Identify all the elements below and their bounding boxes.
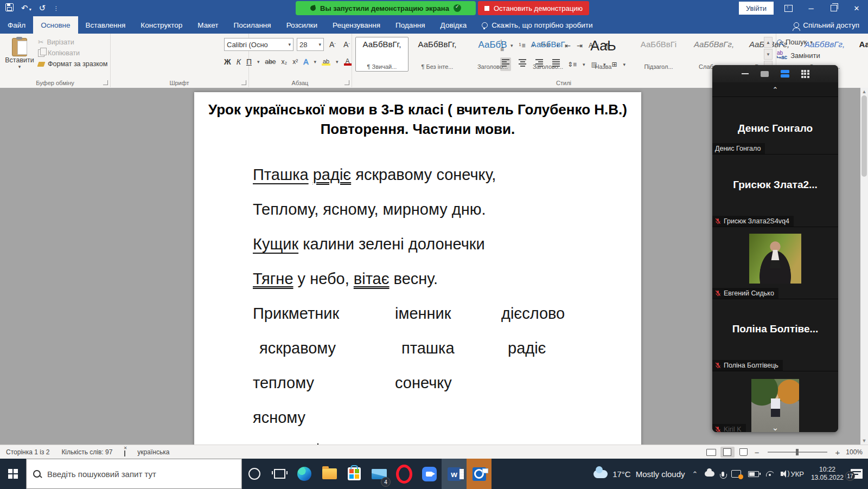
taskbar-word[interactable]: w (442, 459, 467, 489)
participant-tile-4[interactable]: Kiril K⌄ (712, 371, 838, 432)
language-indicator[interactable]: українська (131, 448, 175, 456)
minimize-button[interactable]: ─ (800, 0, 822, 16)
undo-icon[interactable]: ↶ ▾ (21, 3, 31, 13)
tab-Розсилки[interactable]: Розсилки (279, 16, 325, 34)
tab-Посилання[interactable]: Посилання (226, 16, 279, 34)
cortana-button[interactable] (242, 459, 267, 489)
scroll-up-icon[interactable]: ▲ (860, 89, 868, 94)
microphone-tray-icon[interactable] (722, 472, 724, 477)
tray-expand-icon[interactable]: ⌃ (692, 470, 698, 478)
print-layout-button[interactable] (720, 447, 735, 458)
styles-scroll-down[interactable]: ▼ (764, 49, 773, 60)
taskbar-outlook[interactable] (467, 459, 492, 489)
read-mode-button[interactable] (704, 447, 718, 458)
customize-qat-icon[interactable]: ⋮ (53, 5, 59, 11)
share-document-button[interactable]: Спільний доступ (785, 16, 868, 34)
screen-share-banner: Вы запустили демонстрацию экрана (296, 1, 476, 15)
tab-Файл[interactable]: Файл (0, 16, 33, 34)
paste-dropdown-caret[interactable]: ▾ (4, 64, 35, 69)
redo-icon[interactable]: ↺ (39, 3, 46, 13)
zoom-slider[interactable] (768, 452, 827, 453)
zoom-in-button[interactable]: + (834, 448, 842, 457)
onedrive-icon[interactable] (705, 471, 714, 477)
web-layout-button[interactable] (737, 447, 751, 458)
tab-Вставлення[interactable]: Вставлення (78, 16, 133, 34)
tell-me-box[interactable]: Скажіть, що потрібно зробити (474, 16, 600, 34)
zoom-minimize-icon[interactable] (742, 73, 749, 75)
text-segment: Теплому, ясному, мирному дню. (253, 201, 486, 218)
style-item-3[interactable]: АаБбВвГЗаголово... (521, 37, 575, 72)
replace-button[interactable]: ab⮡ac Замінити (777, 51, 820, 60)
screenshare-tray-icon[interactable] (731, 470, 741, 478)
gallery-strip-view-icon[interactable] (781, 70, 789, 78)
signin-button[interactable]: Увійти (739, 2, 774, 15)
taskbar-search-box[interactable]: Введіть пошуковий запит тут (26, 459, 242, 489)
italic-button[interactable]: К (237, 57, 241, 66)
taskbar-store[interactable] (342, 459, 367, 489)
font-dialog-launcher[interactable] (241, 80, 246, 85)
zoom-app-icon (422, 467, 437, 481)
action-center-button[interactable]: 17 (851, 469, 863, 479)
scrollbar-thumb[interactable] (861, 95, 867, 177)
bold-button[interactable]: Ж (224, 57, 231, 66)
taskbar-zoom[interactable] (417, 459, 442, 489)
participant-tile-1[interactable]: Грисюк Злата2...Грисюк Злата2S4vq4 (712, 154, 838, 227)
stop-icon (484, 6, 489, 11)
format-painter-button[interactable]: Формат за зразком (38, 60, 107, 68)
zoom-out-button[interactable]: − (753, 448, 761, 457)
cut-button[interactable]: ✂Вирізати (38, 38, 107, 46)
tab-Подання[interactable]: Подання (388, 16, 433, 34)
styles-scroll-up[interactable]: ▲ (764, 37, 773, 48)
copy-button[interactable]: Копіювати (38, 49, 107, 57)
style-item-2[interactable]: АаБбВЗаголово... (466, 37, 519, 72)
participant-tile-0[interactable]: Денис ГонгалоДенис Гонгало (712, 96, 838, 154)
scroll-down-icon[interactable]: ▼ (860, 438, 868, 443)
ribbon-display-options-button[interactable] (777, 0, 800, 16)
style-item-1[interactable]: АаБбВвГг,¶ Без інте... (411, 37, 464, 72)
restore-button[interactable] (822, 0, 845, 16)
zoom-level[interactable]: 100% (846, 448, 863, 456)
document-page[interactable]: Урок української мови в 3-В класі ( вчит… (194, 92, 641, 445)
task-view-button[interactable] (267, 459, 292, 489)
taskbar-edge[interactable] (292, 459, 317, 489)
start-button[interactable] (0, 459, 26, 489)
stop-sharing-button[interactable]: Остановить демонстрацию (478, 1, 589, 15)
close-button[interactable]: ✕ (845, 0, 868, 16)
paragraph-dialog-launcher[interactable] (344, 80, 349, 85)
style-item-5[interactable]: АаБбВвГіПідзагол... (632, 37, 685, 72)
style-item-0[interactable]: АаБбВвГг,¶ Звичай... (355, 37, 409, 72)
speaker-view-icon[interactable] (761, 71, 769, 77)
paste-button[interactable]: Вставити ▾ (4, 38, 35, 77)
proofing-icon[interactable] (118, 448, 131, 456)
wifi-icon[interactable] (766, 471, 774, 477)
zoom-scroll-down-chevron[interactable]: ⌄ (772, 423, 779, 432)
tab-Макет[interactable]: Макет (190, 16, 226, 34)
document-scrollbar[interactable]: ▲ ▼ (860, 88, 868, 445)
clock[interactable]: 10:22 13.05.2022 (811, 466, 844, 482)
grid-view-icon[interactable] (801, 70, 809, 78)
volume-icon[interactable] (781, 472, 783, 476)
document-title: Урок української мови в 3-В класі ( вчит… (194, 100, 641, 139)
battery-icon[interactable] (748, 471, 759, 477)
find-button[interactable]: Пошук▾ (777, 38, 820, 46)
tab-Основне[interactable]: Основне (33, 16, 78, 34)
style-item-9[interactable]: АаБбВвГг, (853, 37, 868, 72)
clipboard-dialog-launcher[interactable] (103, 80, 108, 85)
tab-Довідка[interactable]: Довідка (433, 16, 475, 34)
language-switcher[interactable]: УКР (790, 470, 804, 478)
taskbar-mail[interactable]: 4 (367, 459, 392, 489)
tab-Конструктор[interactable]: Конструктор (133, 16, 190, 34)
document-body[interactable]: Пташка радіє яскравому сонечку,Теплому, … (194, 166, 641, 445)
word-count[interactable]: Кількість слів: 97 (55, 448, 118, 456)
participant-tile-2[interactable]: Евгений Сидько (712, 227, 838, 299)
save-icon[interactable] (5, 3, 14, 13)
zoom-collapse-chevron[interactable]: ⌃ (712, 82, 838, 96)
participant-tile-3[interactable]: Поліна Болтіве...Поліна Болтівець (712, 299, 838, 371)
page-indicator[interactable]: Сторінка 1 із 2 (0, 448, 55, 456)
taskbar-file-explorer[interactable] (317, 459, 342, 489)
style-item-4[interactable]: АаЬНазва (577, 37, 630, 72)
taskbar-opera[interactable] (392, 459, 417, 489)
zoom-slider-thumb[interactable] (796, 449, 799, 455)
tab-Рецензування[interactable]: Рецензування (325, 16, 388, 34)
weather-widget[interactable]: 17°C Mostly cloudy (593, 469, 685, 479)
